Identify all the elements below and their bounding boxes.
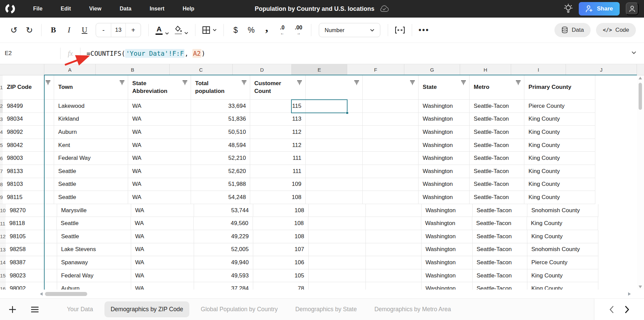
cell-zip-code[interactable]: 98034 <box>3 113 54 126</box>
column-header-g[interactable]: G <box>404 64 460 75</box>
cell-primary-county[interactable]: King County <box>524 191 595 204</box>
cell-empty-g[interactable] <box>366 243 422 256</box>
cell-primary-county[interactable]: King County <box>524 152 595 165</box>
merge-cells-button[interactable] <box>394 23 406 38</box>
cell-state-abbreviation[interactable]: WA <box>128 126 191 139</box>
cell-customer-count[interactable]: 112 <box>250 126 306 139</box>
cell-zip-code[interactable]: 98105 <box>6 230 57 243</box>
cell-metro[interactable]: Seattle-Tacon <box>473 256 527 269</box>
cell-metro[interactable]: Seattle-Tacon <box>470 165 524 178</box>
cell-zip-code[interactable]: 98092 <box>3 126 54 139</box>
cell-empty-g[interactable] <box>363 165 419 178</box>
row-number-cell[interactable]: 13 <box>0 243 6 256</box>
header-zip-code[interactable]: ZIP Code <box>3 75 54 100</box>
cell-customer-count[interactable]: 105 <box>253 269 309 282</box>
cell-customer-count[interactable]: 113 <box>250 113 306 126</box>
cell-town[interactable]: Auburn <box>57 282 131 290</box>
cell-metro[interactable]: Seattle-Tacon <box>470 113 524 126</box>
cell-empty-f[interactable] <box>306 152 363 165</box>
header-customer-count[interactable]: Customer Count <box>250 75 306 100</box>
cell-town[interactable]: Seattle <box>57 230 131 243</box>
filter-icon[interactable] <box>297 80 302 85</box>
cell-reference-box[interactable]: E2 <box>0 50 60 57</box>
column-header-d[interactable]: D <box>233 64 292 75</box>
chevron-down-icon[interactable] <box>213 29 217 31</box>
cell-zip-code[interactable]: 98118 <box>5 217 57 230</box>
header-total-population[interactable]: Total population <box>191 75 250 100</box>
cell-metro[interactable]: Seattle-Tacon <box>470 100 524 113</box>
cell-zip-code[interactable]: 98258 <box>6 243 57 256</box>
cell-state[interactable]: Washington <box>419 191 470 204</box>
filter-icon[interactable] <box>354 80 359 85</box>
cell-state-abbreviation[interactable]: WA <box>131 217 194 230</box>
sheet-tab[interactable]: Demographics by ZIP Code <box>104 301 189 317</box>
filter-icon[interactable] <box>182 80 188 85</box>
cell-empty-g[interactable] <box>363 191 419 204</box>
cell-customer-count[interactable]: 112 <box>250 139 306 152</box>
row-number-cell[interactable]: 12 <box>0 230 6 243</box>
cell-total-population[interactable]: 49,229 <box>194 230 253 243</box>
cell-total-population[interactable]: 49,560 <box>194 217 253 230</box>
cell-customer-count[interactable]: 107 <box>253 243 309 256</box>
scroll-up-arrow-icon[interactable] <box>639 77 642 79</box>
cell-town[interactable]: Seattle <box>57 217 131 230</box>
sheet-list-icon[interactable] <box>31 306 39 313</box>
scroll-left-arrow-icon[interactable] <box>40 292 43 296</box>
cell-state-abbreviation[interactable]: WA <box>128 165 191 178</box>
cell-zip-code[interactable]: 98270 <box>6 204 57 217</box>
font-size-value[interactable]: 13 <box>111 23 126 37</box>
cell-total-population[interactable]: 33,694 <box>191 100 250 113</box>
cell-metro[interactable]: Seattle-Tacon <box>470 178 524 191</box>
cell-customer-count[interactable]: 108 <box>253 204 309 217</box>
cell-empty-g[interactable] <box>366 282 422 290</box>
cell-total-population[interactable]: 54,248 <box>191 191 250 204</box>
cell-customer-count[interactable]: 111 <box>250 152 306 165</box>
cell-empty-f[interactable] <box>309 204 366 217</box>
cell-town[interactable]: Kent <box>54 139 128 152</box>
avatar[interactable] <box>626 2 639 15</box>
cell-zip-code[interactable]: 98387 <box>6 256 57 269</box>
row-number-cell[interactable]: 2 <box>0 100 3 113</box>
cell-state-abbreviation[interactable]: WA <box>131 243 194 256</box>
decrease-decimals-button[interactable]: .0 ← <box>277 23 288 38</box>
cell-customer-count[interactable]: 78 <box>253 282 309 290</box>
fill-color-button[interactable] <box>174 26 188 34</box>
row-number-cell[interactable]: 4 <box>0 126 3 139</box>
cell-customer-count[interactable]: 106 <box>253 256 309 269</box>
comma-format-button[interactable]: , <box>261 23 272 38</box>
row-number-cell[interactable]: 6 <box>0 152 3 165</box>
cell-zip-code[interactable]: 98002 <box>6 282 57 290</box>
cell-empty-f[interactable] <box>306 126 363 139</box>
menu-edit[interactable]: Edit <box>61 6 71 12</box>
cell-total-population[interactable]: 48,594 <box>191 139 250 152</box>
cell-total-population[interactable]: 51,988 <box>191 178 250 191</box>
cell-empty-f[interactable] <box>309 282 366 290</box>
cell-empty-f[interactable] <box>306 113 363 126</box>
cell-metro[interactable]: Seattle-Tacon <box>473 269 527 282</box>
chevron-down-icon[interactable] <box>184 32 188 34</box>
cell-empty-f[interactable] <box>309 256 366 269</box>
filter-icon[interactable] <box>410 80 415 85</box>
cell-state[interactable]: Washington <box>419 100 470 113</box>
cell-state[interactable]: Washington <box>422 230 473 243</box>
cell-town[interactable]: Auburn <box>54 126 128 139</box>
cell-state[interactable]: Washington <box>419 139 470 152</box>
cell-primary-county[interactable]: King County <box>527 269 598 282</box>
column-header-i[interactable]: I <box>511 64 566 75</box>
font-size-increase-button[interactable]: + <box>126 23 141 37</box>
cell-primary-county[interactable]: Pierce County <box>527 256 598 269</box>
underline-button[interactable]: U <box>79 23 90 38</box>
cell-zip-code[interactable]: 98042 <box>3 139 54 152</box>
cell-empty-g[interactable] <box>363 113 419 126</box>
header-state-abbreviation[interactable]: State Abbreviation <box>128 75 191 100</box>
cell-empty-f[interactable] <box>309 230 366 243</box>
cell-empty-f[interactable] <box>306 165 363 178</box>
row-number-cell[interactable]: 5 <box>0 139 3 152</box>
header-empty-g[interactable] <box>363 75 419 100</box>
text-color-button[interactable]: A <box>156 25 169 35</box>
increase-decimals-button[interactable]: .00 → <box>292 23 305 38</box>
cell-state-abbreviation[interactable]: WA <box>128 113 191 126</box>
row-number-cell[interactable]: 15 <box>0 269 6 282</box>
cell-town[interactable]: Seattle <box>54 178 128 191</box>
rows-logo-icon[interactable] <box>5 3 16 14</box>
